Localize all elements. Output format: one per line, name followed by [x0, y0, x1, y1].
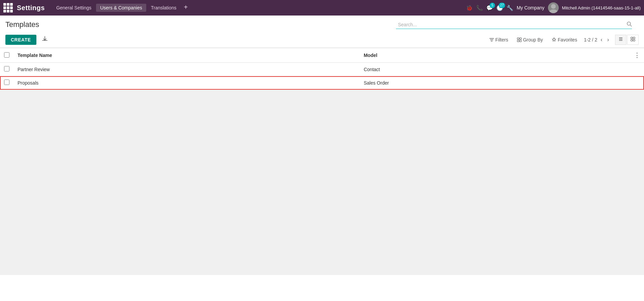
svg-rect-11 — [631, 37, 633, 39]
main-content: Templates CREATE Filters — [0, 16, 644, 301]
brand-logo: Settings — [17, 4, 45, 12]
svg-rect-4 — [517, 38, 519, 39]
row-checkbox-cell[interactable] — [0, 63, 13, 76]
wrench-icon[interactable]: 🔧 — [507, 5, 513, 11]
list-view-button[interactable] — [615, 35, 626, 45]
svg-rect-6 — [517, 40, 519, 42]
nav-users-companies[interactable]: Users & Companies — [96, 4, 146, 12]
chat-icon[interactable]: 💬 5 — [486, 5, 493, 11]
apps-menu-icon[interactable] — [3, 3, 13, 12]
page-title: Templates — [5, 20, 39, 29]
page-header: Templates — [0, 16, 644, 32]
table-header-row: Template Name Model ⋮ — [0, 48, 644, 63]
view-toggle — [615, 35, 639, 45]
topnav: Settings General Settings Users & Compan… — [0, 0, 644, 16]
search-bar — [396, 21, 632, 29]
row-actions-cell — [630, 76, 644, 90]
model-header: Model — [360, 48, 630, 63]
row-checkbox[interactable] — [4, 80, 9, 85]
table-actions-header: ⋮ — [630, 48, 644, 63]
data-table: Template Name Model ⋮ Partner Review Con… — [0, 48, 644, 90]
select-all-checkbox[interactable] — [4, 52, 9, 58]
pagination-text: 1-2 / 2 — [584, 37, 597, 42]
table-row[interactable]: Proposals Sales Order — [0, 76, 644, 90]
row-model: Sales Order — [360, 76, 630, 90]
row-template-name[interactable]: Proposals — [13, 76, 360, 90]
user-name[interactable]: Mitchell Admin (14414546-saas-15-1-all) — [562, 5, 641, 10]
groupby-button[interactable]: Group By — [515, 36, 545, 44]
table-container: Template Name Model ⋮ Partner Review Con… — [0, 48, 644, 90]
pagination-next[interactable]: › — [606, 36, 610, 43]
page-body — [0, 90, 644, 275]
download-button[interactable] — [40, 34, 50, 45]
toolbar-right: Filters Group By Favorites 1-2 / 2 — [487, 35, 639, 45]
topnav-menu: General Settings Users & Companies Trans… — [52, 4, 464, 12]
filters-button[interactable]: Filters — [487, 36, 510, 44]
search-icon[interactable] — [626, 21, 632, 28]
bug-icon[interactable]: 🐞 — [466, 5, 473, 11]
select-all-header[interactable] — [0, 48, 13, 63]
svg-rect-14 — [633, 39, 635, 41]
search-input[interactable] — [396, 21, 626, 29]
kanban-view-button[interactable] — [627, 35, 639, 45]
template-name-header: Template Name — [13, 48, 360, 63]
phone-icon[interactable]: 📞 — [476, 5, 483, 11]
pagination: 1-2 / 2 ‹ › — [584, 36, 610, 43]
svg-rect-13 — [631, 39, 633, 41]
nav-general-settings[interactable]: General Settings — [52, 4, 95, 12]
svg-rect-5 — [520, 38, 521, 39]
topnav-right: 🐞 📞 💬 5 🕐 27 🔧 My Company Mitchell Admin… — [466, 2, 641, 13]
clock-badge: 27 — [499, 3, 505, 8]
clock-icon[interactable]: 🕐 27 — [496, 5, 503, 11]
company-name[interactable]: My Company — [517, 5, 544, 10]
svg-rect-12 — [633, 37, 635, 39]
row-checkbox[interactable] — [4, 66, 9, 71]
row-model: Contact — [360, 63, 630, 76]
pagination-prev[interactable]: ‹ — [599, 36, 604, 43]
nav-add-icon[interactable]: + — [181, 4, 190, 12]
row-template-name[interactable]: Partner Review — [13, 63, 360, 76]
column-options-icon[interactable]: ⋮ — [634, 52, 640, 59]
row-checkbox-cell[interactable] — [0, 76, 13, 90]
create-button[interactable]: CREATE — [5, 35, 36, 45]
chat-badge: 5 — [490, 3, 495, 8]
nav-translations[interactable]: Translations — [147, 4, 181, 12]
svg-point-0 — [551, 4, 556, 9]
avatar[interactable] — [548, 2, 559, 13]
svg-point-1 — [549, 9, 557, 13]
svg-rect-7 — [520, 40, 521, 42]
toolbar: CREATE Filters Group By — [0, 32, 644, 48]
row-actions-cell — [630, 63, 644, 76]
favorites-button[interactable]: Favorites — [550, 36, 579, 44]
svg-line-3 — [630, 25, 632, 26]
table-row[interactable]: Partner Review Contact — [0, 63, 644, 76]
